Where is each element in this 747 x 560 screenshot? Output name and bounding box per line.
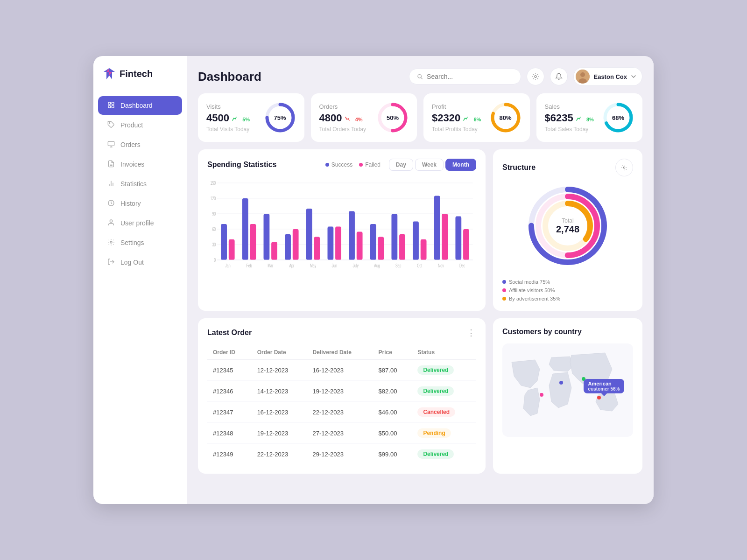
map-dot-1: [540, 393, 543, 397]
svg-point-15: [110, 241, 112, 243]
stat-info: Sales $6235 8% Total Sales Today: [545, 103, 594, 133]
table-menu-button[interactable]: ⋮: [467, 328, 476, 338]
table-row: #12348 19-12-2023 27-12-2023 $50.00 Pend…: [207, 423, 476, 444]
dashboard-icon: [107, 101, 116, 110]
sidebar-item-product[interactable]: Product: [98, 116, 182, 134]
stat-value: 4500 5%: [206, 112, 250, 124]
svg-rect-64: [370, 224, 376, 260]
col-status: Status: [412, 345, 476, 360]
svg-rect-67: [391, 214, 397, 260]
gear-icon: [621, 164, 627, 171]
svg-text:90: 90: [212, 211, 216, 217]
cell-order-id: #12348: [207, 423, 252, 444]
svg-text:0: 0: [214, 258, 216, 263]
cell-order-date: 19-12-2023: [252, 423, 307, 444]
bar-chart-svg: 0306090120150JanFebMarAprMayJunJulyAugSe…: [207, 178, 476, 272]
invoices-icon: [107, 160, 116, 168]
col-order-id: Order ID: [207, 345, 252, 360]
stat-trend: 6%: [473, 117, 481, 122]
sidebar-item-settings[interactable]: Settings: [98, 233, 182, 252]
table-body: #12345 12-12-2023 16-12-2023 $87.00 Deli…: [207, 360, 476, 465]
page-title: Dashboard: [198, 70, 261, 84]
logo: Fintech: [93, 67, 187, 95]
cell-delivered-date: 22-12-2023: [307, 402, 373, 423]
stat-trend: 8%: [586, 117, 594, 122]
search-input[interactable]: [427, 73, 513, 80]
sidebar-item-history[interactable]: History: [98, 194, 182, 213]
stat-donut: 50%: [377, 102, 409, 133]
spending-statistics-card: Spending Statistics Success Failed: [198, 149, 486, 311]
chart-tab-week[interactable]: Week: [415, 159, 444, 171]
log-out-icon: [107, 258, 116, 266]
cell-price: $46.00: [373, 402, 412, 423]
cell-order-date: 14-12-2023: [252, 381, 307, 402]
svg-text:150: 150: [211, 181, 216, 186]
donut-label: 68%: [612, 114, 624, 121]
notifications-button[interactable]: [550, 68, 568, 85]
sidebar-item-invoices[interactable]: Invoices: [98, 155, 182, 174]
legend-failed: Failed: [359, 161, 381, 168]
cell-order-date: 12-12-2023: [252, 360, 307, 381]
sidebar-item-log-out[interactable]: Log Out: [98, 253, 182, 272]
orders-icon: [107, 140, 116, 149]
chart-tab-day[interactable]: Day: [389, 159, 413, 171]
stat-cards: Visits 4500 5% Total Visits Today 75% Or…: [198, 93, 642, 142]
stat-card-0: Visits 4500 5% Total Visits Today 75%: [198, 93, 304, 142]
sidebar-item-statistics[interactable]: Statistics: [98, 175, 182, 193]
chart-legend: Success Failed: [325, 161, 381, 168]
svg-rect-49: [264, 214, 270, 260]
cell-status: Pending: [412, 423, 476, 444]
statistics-icon: [107, 180, 116, 188]
bell-icon: [555, 73, 563, 80]
stat-info: Visits 4500 5% Total Visits Today: [206, 103, 250, 133]
table-row: #12346 14-12-2023 19-12-2023 $82.00 Deli…: [207, 381, 476, 402]
chart-title: Spending Statistics: [207, 161, 276, 169]
settings-button[interactable]: [527, 68, 544, 85]
product-icon: [107, 121, 116, 129]
svg-point-21: [580, 72, 585, 77]
sidebar-item-user-profile[interactable]: User profile: [98, 214, 182, 232]
table-title: Latest Order: [207, 329, 252, 337]
svg-rect-74: [442, 214, 448, 260]
svg-rect-43: [221, 224, 227, 260]
svg-text:120: 120: [211, 196, 216, 202]
svg-rect-4: [108, 105, 111, 108]
svg-rect-2: [108, 102, 111, 105]
sidebar-item-dashboard[interactable]: Dashboard: [98, 96, 182, 115]
svg-text:30: 30: [212, 242, 216, 248]
chart-tab-month[interactable]: Month: [445, 159, 476, 171]
user-badge[interactable]: Easton Cox: [573, 67, 642, 86]
stat-sub: Total Orders Today: [319, 126, 366, 133]
struct-legend-affiliate: Affiliate visitors 50%: [502, 287, 633, 293]
cell-order-id: #12347: [207, 402, 252, 423]
structure-settings-button[interactable]: [615, 159, 633, 176]
structure-donut: Total 2,748: [502, 184, 633, 268]
cell-delivered-date: 16-12-2023: [307, 360, 373, 381]
svg-line-18: [421, 77, 423, 79]
svg-rect-62: [357, 232, 363, 260]
map-area: American customer 56%: [502, 343, 633, 437]
stat-donut: 68%: [602, 102, 634, 133]
svg-text:Apr: Apr: [289, 263, 294, 269]
sidebar-item-label: Orders: [120, 141, 141, 148]
col-delivered-date: Delivered Date: [307, 345, 373, 360]
sidebar-item-label: Product: [120, 121, 143, 129]
svg-rect-56: [314, 237, 320, 260]
stat-value: $6235 8%: [545, 112, 594, 124]
table-row: #12347 16-12-2023 22-12-2023 $46.00 Canc…: [207, 402, 476, 423]
status-badge: Cancelled: [417, 407, 455, 417]
stat-label: Visits: [206, 103, 250, 110]
svg-text:Feb: Feb: [247, 263, 252, 269]
search-box[interactable]: [409, 69, 521, 84]
svg-rect-44: [229, 239, 235, 260]
logo-icon: [103, 67, 116, 80]
structure-header: Structure: [502, 159, 633, 176]
svg-rect-70: [413, 222, 419, 260]
sidebar-item-label: Settings: [120, 239, 144, 246]
sidebar-item-orders[interactable]: Orders: [98, 135, 182, 154]
svg-text:60: 60: [212, 227, 216, 232]
cell-status: Delivered: [412, 381, 476, 402]
table-row: #12349 22-12-2023 29-12-2023 $99.00 Deli…: [207, 444, 476, 465]
structure-title: Structure: [502, 163, 536, 172]
cell-order-id: #12346: [207, 381, 252, 402]
